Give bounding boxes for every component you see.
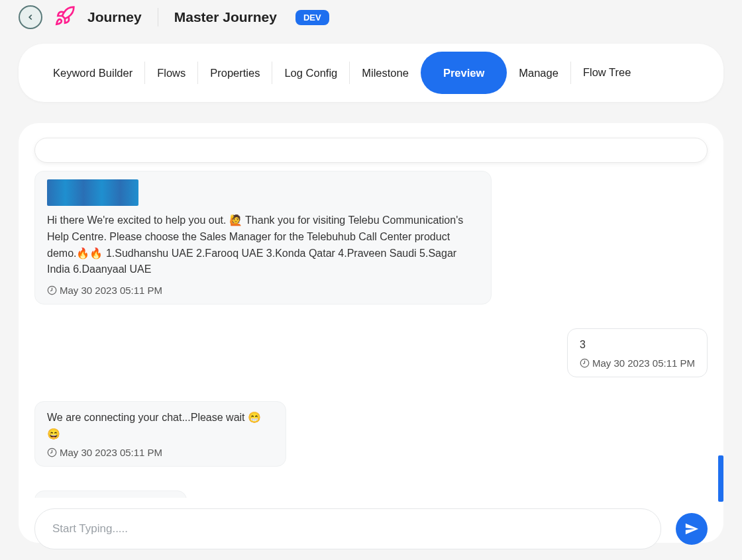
page-subtitle: Master Journey bbox=[174, 9, 277, 25]
page-title: Journey bbox=[87, 9, 142, 25]
tab-manage[interactable]: Manage bbox=[507, 44, 570, 102]
chevron-left-icon bbox=[26, 13, 35, 22]
chat-scroll-area[interactable]: Hi there We're excited to help you out. … bbox=[28, 171, 714, 498]
tab-milestone[interactable]: Milestone bbox=[350, 44, 421, 102]
send-icon bbox=[684, 522, 699, 536]
chat-message-bot: Hi there We're excited to help you out. … bbox=[34, 171, 492, 304]
chat-message-bot: We are connecting your chat...Please wai… bbox=[34, 401, 286, 467]
tab-log-config[interactable]: Log Config bbox=[272, 44, 349, 102]
tab-properties[interactable]: Properties bbox=[198, 44, 272, 102]
message-timestamp: May 30 2023 05:11 PM bbox=[580, 357, 695, 369]
message-text: Hi there We're excited to help you out. … bbox=[47, 212, 479, 278]
message-text: We are connecting your chat...Please wai… bbox=[47, 410, 274, 443]
send-button[interactable] bbox=[676, 513, 708, 545]
clock-icon bbox=[47, 285, 57, 295]
tab-keyword-builder[interactable]: Keyword Builder bbox=[41, 44, 144, 102]
chat-message-bot: Your Chat has been closed May 30 2023 05… bbox=[34, 490, 187, 498]
rocket-icon bbox=[54, 5, 76, 29]
preview-panel: Hi there We're excited to help you out. … bbox=[19, 123, 723, 543]
message-timestamp: May 30 2023 05:11 PM bbox=[47, 285, 479, 296]
message-image bbox=[47, 179, 138, 206]
scrollbar-thumb[interactable] bbox=[718, 455, 723, 502]
message-text: 3 bbox=[580, 337, 695, 353]
tab-flows[interactable]: Flows bbox=[145, 44, 197, 102]
clock-icon bbox=[47, 447, 57, 457]
clock-icon bbox=[580, 358, 590, 368]
message-timestamp: May 30 2023 05:11 PM bbox=[47, 447, 274, 458]
tabs-bar: Keyword Builder Flows Properties Log Con… bbox=[19, 44, 723, 102]
tab-preview[interactable]: Preview bbox=[421, 52, 507, 94]
back-button[interactable] bbox=[19, 5, 42, 29]
message-input[interactable] bbox=[34, 508, 661, 549]
divider bbox=[158, 8, 158, 26]
tab-flow-tree[interactable]: Flow Tree bbox=[571, 44, 643, 102]
chat-message-user: 3 May 30 2023 05:11 PM bbox=[567, 328, 708, 377]
compose-row bbox=[34, 508, 708, 549]
header: Journey Master Journey DEV bbox=[0, 0, 742, 34]
env-badge: DEV bbox=[295, 10, 329, 25]
top-bar bbox=[34, 138, 708, 163]
